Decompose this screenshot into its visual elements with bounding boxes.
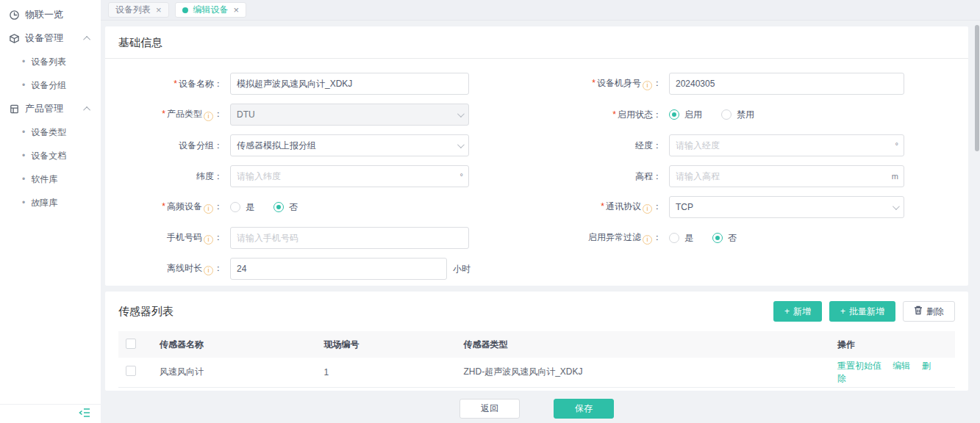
radio-yes[interactable]: 是 [230, 201, 254, 214]
device-group-label: 设备分组： [105, 140, 230, 152]
radio-disabled[interactable]: 禁用 [721, 109, 754, 121]
radio-yes[interactable]: 是 [669, 232, 693, 245]
product-type-label: *产品类型i： [105, 108, 230, 121]
radio-no[interactable]: 否 [712, 232, 737, 245]
field-longitude: 经度： ° [476, 130, 968, 161]
phone-label: 手机号码i： [105, 231, 230, 245]
tab-bar: 设备列表 × 编辑设备 × [101, 0, 980, 21]
sidebar-item-label: 设备文档 [31, 150, 66, 162]
row-checkbox[interactable] [126, 366, 136, 376]
collapse-sidebar-icon[interactable] [79, 408, 90, 420]
sensor-toolbar: + 新增 + 批量新增 删除 [773, 301, 955, 322]
product-doc-icon [9, 104, 20, 115]
device-serial-input[interactable] [669, 73, 904, 95]
sidebar-group-device-management[interactable]: 设备管理 [0, 26, 101, 50]
required-asterisk: * [162, 109, 165, 119]
longitude-input[interactable] [669, 134, 904, 156]
sidebar-group-label: 设备管理 [25, 32, 63, 45]
bullet-icon: • [22, 198, 25, 208]
device-box-icon [9, 33, 20, 44]
info-icon[interactable]: i [643, 81, 652, 90]
phone-input[interactable] [230, 227, 469, 249]
save-button[interactable]: 保存 [554, 399, 614, 419]
field-device-name: *设备名称： [105, 68, 476, 99]
close-icon[interactable]: × [156, 5, 162, 15]
sidebar-item-device-type[interactable]: • 设备类型 [0, 120, 101, 144]
radio-dot [669, 109, 679, 120]
field-device-serial: *设备机身号i： [476, 68, 968, 99]
sidebar-group-product-management[interactable]: 产品管理 [0, 97, 101, 120]
sidebar-item-device-group[interactable]: • 设备分组 [0, 73, 101, 97]
vertical-scrollbar-thumb[interactable] [975, 25, 979, 151]
info-icon[interactable]: i [204, 204, 213, 214]
sidebar-footer [0, 404, 101, 423]
device-name-label: *设备名称： [105, 78, 230, 90]
chevron-down-icon [457, 110, 465, 118]
tab-label: 设备列表 [115, 4, 151, 16]
info-icon[interactable]: i [643, 235, 652, 245]
elevation-input[interactable] [669, 165, 904, 187]
info-icon[interactable]: i [204, 235, 213, 245]
delete-sensors-button[interactable]: 删除 [903, 301, 955, 322]
col-field-code: 现场编号 [317, 331, 457, 358]
sidebar-item-fault-lib[interactable]: • 故障库 [0, 191, 101, 214]
sidebar-item-iot-overview[interactable]: 物联一览 [0, 3, 101, 26]
sidebar-item-device-docs[interactable]: • 设备文档 [0, 144, 101, 167]
sensor-name-cell: 风速风向计 [152, 358, 317, 387]
bullet-icon: • [22, 127, 25, 137]
empty-cell [476, 253, 968, 284]
offline-time-input[interactable] [230, 258, 447, 280]
close-icon[interactable]: × [234, 5, 240, 15]
bullet-icon: • [22, 174, 25, 184]
add-sensor-button[interactable]: + 新增 [773, 301, 822, 322]
sensor-list-card: 传感器列表 + 新增 + 批量新增 删除 [105, 292, 968, 391]
col-sensor-type: 传感器类型 [456, 331, 830, 358]
device-group-select[interactable]: 传感器模拟上报分组 [230, 134, 469, 156]
protocol-select[interactable]: TCP [669, 196, 904, 218]
field-enable-status: *启用状态： 启用 禁用 [476, 99, 968, 130]
product-type-select[interactable]: DTU [230, 104, 469, 126]
sidebar-item-label: 设备类型 [31, 126, 66, 139]
sidebar-item-label: 设备列表 [31, 56, 66, 68]
back-button[interactable]: 返回 [459, 399, 520, 419]
col-operations: 操作 [830, 331, 955, 358]
sidebar-item-device-list[interactable]: • 设备列表 [0, 50, 101, 73]
info-icon[interactable]: i [643, 204, 652, 214]
info-icon[interactable]: i [204, 266, 213, 275]
chevron-down-icon [457, 141, 465, 148]
enable-status-radio-group: 启用 禁用 [669, 109, 754, 121]
select-all-checkbox[interactable] [126, 339, 136, 349]
protocol-value: TCP [676, 202, 693, 212]
batch-add-button[interactable]: + 批量新增 [829, 301, 895, 322]
enable-status-label: *启用状态： [476, 109, 669, 121]
footer-actions: 返回 保存 [105, 399, 968, 419]
field-protocol: *通讯协议i： TCP [476, 192, 968, 223]
chevron-down-icon [893, 203, 900, 210]
device-serial-label: *设备机身号i： [476, 77, 669, 90]
device-group-value: 传感器模拟上报分组 [237, 140, 316, 152]
basic-info-card: 基础信息 *设备名称： *设备机身号i： *产品类型i： [105, 26, 968, 286]
radio-dot [230, 202, 240, 212]
basic-info-form: *设备名称： *设备机身号i： *产品类型i： DTU [105, 59, 968, 284]
radio-dot [721, 109, 732, 120]
field-product-type: *产品类型i： DTU [105, 99, 476, 130]
radio-enabled[interactable]: 启用 [669, 109, 702, 121]
latitude-input[interactable] [230, 165, 469, 187]
dashboard-clock-icon [9, 10, 20, 21]
edit-link[interactable]: 编辑 [893, 361, 910, 371]
tab-edit-device[interactable]: 编辑设备 × [175, 2, 247, 18]
sensor-list-header: 传感器列表 + 新增 + 批量新增 删除 [105, 292, 968, 331]
chevron-up-icon [83, 106, 90, 113]
required-asterisk: * [174, 79, 177, 89]
sidebar-item-label: 故障库 [31, 197, 57, 209]
info-icon[interactable]: i [204, 112, 213, 121]
required-asterisk: * [592, 78, 595, 88]
radio-no[interactable]: 否 [273, 201, 298, 214]
device-name-input[interactable] [230, 73, 469, 95]
sidebar-item-software-lib[interactable]: • 软件库 [0, 167, 101, 191]
bullet-icon: • [22, 57, 25, 67]
reset-initial-value-link[interactable]: 重置初始值 [837, 361, 881, 371]
sidebar-item-label: 设备分组 [31, 79, 66, 92]
plus-icon: + [784, 306, 790, 317]
tab-device-list[interactable]: 设备列表 × [108, 2, 169, 18]
